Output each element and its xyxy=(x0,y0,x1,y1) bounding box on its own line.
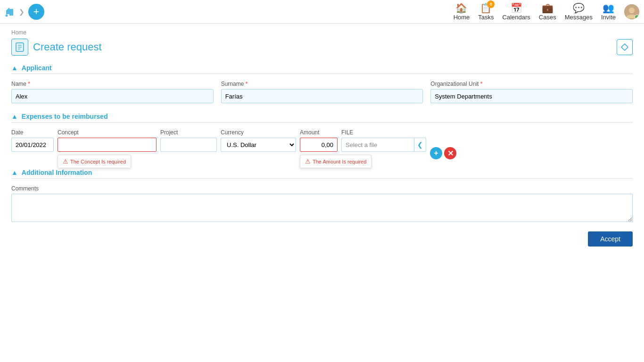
concept-error-icon: ⚠ xyxy=(63,158,68,165)
comments-group: Comments xyxy=(11,185,633,222)
additional-header: ▲ Additional Information xyxy=(11,169,633,179)
name-group: Name * xyxy=(11,81,214,103)
expenses-section: ▲ Expenses to be reimbursed Date Concept… xyxy=(11,113,633,159)
concept-input[interactable] xyxy=(58,138,157,152)
nav-item-home[interactable]: 🏠 Home xyxy=(454,2,470,21)
online-indicator xyxy=(635,15,639,19)
calendars-icon: 📅 xyxy=(511,2,522,14)
remove-expense-button[interactable]: ✕ xyxy=(444,147,456,159)
expenses-header: ▲ Expenses to be reimbursed xyxy=(11,113,633,123)
applicant-section: ▲ Applicant Name * Surname * Organ xyxy=(11,64,633,103)
currency-group: U.S. Dollar Euro British Pound xyxy=(221,138,296,152)
comments-textarea[interactable] xyxy=(11,194,633,222)
col-project: Project xyxy=(160,129,217,136)
top-nav: ❯ + 🏠 Home 📋 0 Tasks 📅 Calendars 💼 Cases… xyxy=(0,0,644,24)
surname-required: * xyxy=(246,81,248,87)
name-input[interactable] xyxy=(11,89,214,103)
additional-section: ▲ Additional Information Comments xyxy=(11,169,633,222)
page-title: Create request xyxy=(33,41,102,53)
project-group xyxy=(160,138,217,152)
nav-item-calendars[interactable]: 📅 Calendars xyxy=(503,2,530,21)
cases-icon: 💼 xyxy=(542,2,553,14)
nav-label-tasks: Tasks xyxy=(478,14,494,21)
additional-toggle[interactable]: ▲ xyxy=(11,169,18,176)
file-placeholder: Select a file xyxy=(342,139,414,151)
project-input[interactable] xyxy=(160,138,217,152)
nav-label-home: Home xyxy=(454,14,470,21)
back-icon[interactable] xyxy=(5,7,15,17)
applicant-label: Applicant xyxy=(22,64,52,72)
name-required: * xyxy=(28,81,30,87)
accept-button[interactable]: Accept xyxy=(588,231,633,247)
col-amount: Amount xyxy=(300,129,338,136)
page-title-icon xyxy=(11,39,28,56)
nav-label-invite: Invite xyxy=(601,14,616,21)
surname-input[interactable] xyxy=(221,89,423,103)
amount-error-tooltip: ⚠ The Amount Is required xyxy=(300,155,372,168)
tasks-icon: 📋 0 xyxy=(480,2,492,14)
file-browse-button[interactable]: ❮ xyxy=(414,138,426,151)
nav-label-calendars: Calendars xyxy=(503,14,530,21)
nav-item-tasks[interactable]: 📋 0 Tasks xyxy=(478,2,494,21)
concept-group: ⚠ The Concept Is required xyxy=(58,138,157,152)
file-input-group: Select a file ❮ xyxy=(341,138,426,152)
expenses-row: ⚠ The Concept Is required U.S. Dollar Eu… xyxy=(11,138,633,159)
amount-input[interactable] xyxy=(300,138,338,152)
chevron-right-icon[interactable]: ❯ xyxy=(19,8,25,16)
applicant-header: ▲ Applicant xyxy=(11,64,633,74)
amount-error-icon: ⚠ xyxy=(305,158,311,165)
home-icon: 🏠 xyxy=(455,2,467,14)
concept-error-tooltip: ⚠ The Concept Is required xyxy=(58,155,131,168)
title-group: Create request xyxy=(11,39,102,56)
expenses-col-headers: Date Concept Project Currency Amount FIL… xyxy=(11,129,633,136)
avatar[interactable] xyxy=(624,4,639,19)
name-label: Name * xyxy=(11,81,214,87)
add-button[interactable]: + xyxy=(28,4,44,20)
svg-point-0 xyxy=(6,14,8,16)
applicant-fields: Name * Surname * Organizational Unit * xyxy=(11,81,633,103)
nav-label-cases: Cases xyxy=(539,14,556,21)
col-concept: Concept xyxy=(58,129,157,136)
date-group xyxy=(11,138,54,152)
nav-right: 🏠 Home 📋 0 Tasks 📅 Calendars 💼 Cases 💬 M… xyxy=(454,2,639,21)
currency-select[interactable]: U.S. Dollar Euro British Pound xyxy=(221,138,296,152)
nav-left: ❯ + xyxy=(5,4,44,20)
org-unit-group: Organizational Unit * xyxy=(430,81,633,103)
org-unit-label: Organizational Unit * xyxy=(430,81,633,87)
amount-group: ⚠ The Amount Is required xyxy=(300,138,338,152)
add-expense-button[interactable]: + xyxy=(430,147,442,159)
tasks-badge: 0 xyxy=(487,0,495,8)
expenses-toggle[interactable]: ▲ xyxy=(11,113,18,120)
expenses-label: Expenses to be reimbursed xyxy=(22,113,108,120)
col-date: Date xyxy=(11,129,54,136)
breadcrumb: Home xyxy=(11,29,633,36)
additional-label: Additional Information xyxy=(22,169,92,176)
col-file: FILE xyxy=(341,129,426,136)
nav-label-messages: Messages xyxy=(565,14,593,21)
nav-item-cases[interactable]: 💼 Cases xyxy=(539,2,556,21)
org-unit-input[interactable] xyxy=(430,89,633,103)
bottom-row: Accept xyxy=(11,231,633,247)
surname-label: Surname * xyxy=(221,81,423,87)
file-group: Select a file ❮ xyxy=(341,138,426,152)
expenses-row-wrap: ⚠ The Concept Is required U.S. Dollar Eu… xyxy=(11,138,633,159)
messages-icon: 💬 xyxy=(573,2,585,14)
nav-item-messages[interactable]: 💬 Messages xyxy=(565,2,593,21)
org-unit-required: * xyxy=(480,81,483,87)
expense-actions: + ✕ xyxy=(430,138,456,159)
date-input[interactable] xyxy=(11,138,54,152)
comments-label: Comments xyxy=(11,185,633,192)
nav-item-invite[interactable]: 👥 Invite xyxy=(601,2,616,21)
page-content: Home Create request ▲ Applicant xyxy=(0,24,644,258)
diamond-button[interactable] xyxy=(617,39,633,55)
invite-icon: 👥 xyxy=(603,2,614,14)
svg-point-2 xyxy=(629,8,635,13)
applicant-toggle[interactable]: ▲ xyxy=(11,64,18,72)
surname-group: Surname * xyxy=(221,81,423,103)
col-currency: Currency xyxy=(221,129,296,136)
amount-error-text: The Amount Is required xyxy=(313,159,366,165)
concept-error-text: The Concept Is required xyxy=(70,159,126,165)
page-header: Create request xyxy=(11,39,633,56)
